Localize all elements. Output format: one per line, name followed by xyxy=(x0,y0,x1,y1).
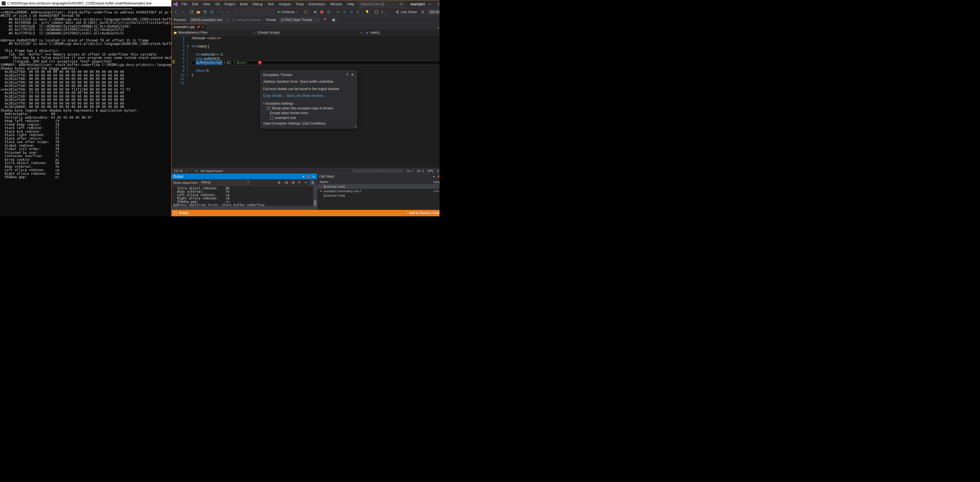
col-lang[interactable]: Lang xyxy=(433,179,439,184)
horizontal-scrollbar[interactable]: ◂ xyxy=(353,169,403,172)
step-out-button[interactable] xyxy=(355,9,361,15)
callstack-row[interactable]: [External Code] xyxy=(317,193,439,198)
line-number-gutter[interactable]: 123456789101112 xyxy=(175,36,187,168)
console-output[interactable]: ========================================… xyxy=(0,6,171,216)
break-when-checkbox[interactable]: ✓ xyxy=(267,107,270,110)
code-line[interactable]: #include <stdio.h> xyxy=(192,36,439,40)
callstack-row[interactable]: [External Code] xyxy=(317,184,439,189)
restart-button[interactable] xyxy=(325,9,332,15)
nav-project-dropdown[interactable]: 📁 Miscellaneous Files xyxy=(172,30,256,35)
undo-button[interactable] xyxy=(218,9,224,15)
minimize-button[interactable] xyxy=(425,0,434,8)
resize-grip-icon[interactable]: ◢ xyxy=(354,124,356,128)
vs-logo-icon[interactable] xyxy=(172,2,180,7)
callstack-body[interactable]: Name Lang [External Code]➜example1.exe!m… xyxy=(317,179,439,210)
output-wrap-button[interactable]: ↵ xyxy=(303,180,309,185)
nav-scope-dropdown[interactable]: (Global Scope) xyxy=(256,30,363,35)
lineending-indicator[interactable]: CRLF xyxy=(437,169,439,172)
edit-conditions-link[interactable]: Edit Conditions xyxy=(303,121,326,125)
step-into-button[interactable] xyxy=(341,9,348,15)
code-line[interactable]: char buffer[42]; xyxy=(192,57,439,61)
indent-indicator[interactable]: SPC xyxy=(428,169,434,172)
exception-header[interactable]: Exception Thrown ✕ xyxy=(261,71,357,78)
solution-config-dropdown[interactable] xyxy=(234,9,254,15)
flag-thread-button[interactable] xyxy=(322,17,328,23)
callstack-row[interactable]: ➜example1.exe!main() Line 7C++ xyxy=(317,189,439,193)
hot-reload-button[interactable] xyxy=(303,9,309,15)
open-exception-settings-link[interactable]: Open Exception Settings xyxy=(263,121,300,125)
menu-help[interactable]: Help xyxy=(345,0,356,8)
code-line[interactable]: buffer[subscript] = 42; // Boom!✕ xyxy=(192,61,439,65)
zoom-level[interactable]: 111 % xyxy=(174,169,183,172)
find-in-files-button[interactable] xyxy=(373,9,380,15)
output-next-button[interactable]: ↓≣ xyxy=(290,180,295,185)
output-autoscroll-button[interactable]: ⇊ xyxy=(310,180,315,185)
menu-window[interactable]: Window xyxy=(328,0,345,8)
menu-file[interactable]: File xyxy=(180,0,189,8)
menu-edit[interactable]: Edit xyxy=(190,0,200,8)
int-preview-badge[interactable]: INT PREVIEW xyxy=(428,10,439,14)
code-line[interactable]: int subscript = -1; xyxy=(192,53,439,57)
code-line[interactable]: int main() { xyxy=(192,44,439,48)
zoom-dropdown-icon[interactable]: ▾ xyxy=(186,170,187,172)
exception-settings-header[interactable]: Exception Settings xyxy=(263,102,354,105)
breakpoints-dropdown[interactable]: 💡 xyxy=(364,9,370,15)
except-from-checkbox[interactable] xyxy=(270,116,273,120)
output-prev-button[interactable]: ↑≣ xyxy=(283,180,288,185)
stack-frame-dropdown[interactable] xyxy=(331,17,337,23)
copy-details-link[interactable]: Copy Details xyxy=(263,94,282,97)
search-box[interactable]: Search (Ctrl+Q) xyxy=(358,1,405,7)
stop-button[interactable] xyxy=(319,9,325,15)
pin-icon[interactable]: 📌 xyxy=(197,26,200,29)
menu-extensions[interactable]: Extensions xyxy=(306,0,328,8)
menu-build[interactable]: Build xyxy=(238,0,250,8)
output-hscrollbar[interactable] xyxy=(172,206,317,210)
back-button[interactable] xyxy=(173,9,179,15)
menu-project[interactable]: Project xyxy=(222,0,237,8)
menu-git[interactable]: Git xyxy=(213,0,222,8)
continue-button[interactable]: ▶ Continue ▾ xyxy=(275,9,300,15)
file-tab-example1[interactable]: example1.cpp 📌 ✕ xyxy=(172,24,206,30)
exception-pin-button[interactable] xyxy=(346,73,349,77)
error-glyph-icon[interactable]: ✕ xyxy=(258,61,262,64)
save-button[interactable] xyxy=(202,9,208,15)
output-goto-button[interactable]: ≣ xyxy=(276,180,282,185)
output-dropdown-button[interactable]: ▾ xyxy=(301,175,305,178)
live-share-button[interactable]: Live Share xyxy=(393,10,419,14)
output-source-dropdown[interactable]: Debug xyxy=(199,180,250,185)
feedback-button[interactable] xyxy=(420,9,426,15)
callstack-dropdown-button[interactable]: ▾ xyxy=(432,175,436,178)
exception-popup[interactable]: Exception Thrown ✕ Address Sanitizer Err… xyxy=(260,70,357,129)
close-tab-button[interactable]: ✕ xyxy=(202,25,204,29)
output-header[interactable]: Output ▾ 📌 ✕ xyxy=(172,174,317,179)
callstack-header[interactable]: Call Stack ▾ 📌 ✕ xyxy=(317,174,439,179)
menu-tools[interactable]: Tools xyxy=(293,0,306,8)
maximize-button[interactable] xyxy=(434,0,439,8)
code-line[interactable] xyxy=(192,48,439,53)
output-scrollbar[interactable] xyxy=(313,186,317,206)
add-source-control-button[interactable]: ↑ Add to Source Control ▴ xyxy=(406,211,439,215)
col-indicator[interactable]: Ch: 1 xyxy=(417,169,424,172)
code-line[interactable] xyxy=(192,65,439,69)
solution-platform-dropdown[interactable] xyxy=(255,9,275,15)
forward-button[interactable] xyxy=(180,9,186,15)
output-body[interactable]: Intra object redzone: bb ASan internal: … xyxy=(172,186,317,206)
menu-analyze[interactable]: Analyze xyxy=(277,0,293,8)
output-close-button[interactable]: ✕ xyxy=(312,175,315,178)
exception-close-button[interactable]: ✕ xyxy=(351,73,354,77)
nav-member-dropdown[interactable]: ◈ main() xyxy=(363,30,439,35)
code-editor[interactable]: 123456789101112 ⊟│││││││ #include <stdio… xyxy=(172,36,439,168)
open-file-button[interactable] xyxy=(196,9,202,15)
process-dropdown[interactable]: [9824] example1.exe xyxy=(189,17,230,23)
show-next-statement-button[interactable] xyxy=(335,9,341,15)
console-titlebar[interactable]: C:\MSDN\cpp-docs-pr\docs\c-language\ASAN… xyxy=(0,0,171,6)
redo-button[interactable] xyxy=(225,9,231,15)
save-all-button[interactable] xyxy=(209,9,215,15)
tab-dropdown-button[interactable]: ▾ xyxy=(436,25,439,30)
new-item-button[interactable]: + xyxy=(189,9,195,15)
start-live-share-link[interactable]: Start Live Share session... xyxy=(286,94,326,97)
lifecycle-events-button[interactable]: Lifecycle Events ▾ xyxy=(232,18,263,22)
menu-test[interactable]: Test xyxy=(266,0,276,8)
menu-view[interactable]: View xyxy=(201,0,213,8)
output-clear-button[interactable]: ✕ xyxy=(296,180,302,185)
